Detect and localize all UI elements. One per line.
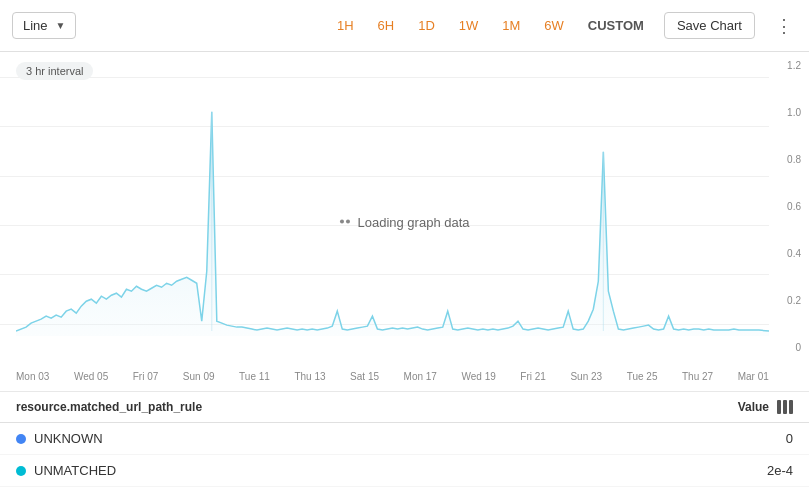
time-btn-1h[interactable]: 1H <box>333 16 358 35</box>
columns-icon[interactable] <box>777 400 793 414</box>
legend-label-unmatched: UNMATCHED <box>34 463 116 478</box>
time-btn-6h[interactable]: 6H <box>374 16 399 35</box>
legend-dot-unmatched <box>16 466 26 476</box>
legend-header-right: Value <box>738 400 793 414</box>
legend-table: resource.matched_url_path_rule Value UNK… <box>0 392 809 487</box>
x-axis: Mon 03 Wed 05 Fri 07 Sun 09 Tue 11 Thu 1… <box>16 361 769 391</box>
x-label-mon03: Mon 03 <box>16 371 49 382</box>
legend-column-header: resource.matched_url_path_rule <box>16 400 202 414</box>
x-label-sun23: Sun 23 <box>570 371 602 382</box>
x-label-thu13: Thu 13 <box>294 371 325 382</box>
legend-dot-unknown <box>16 434 26 444</box>
legend-row-unmatched: UNMATCHED 2e-4 <box>0 455 809 487</box>
time-btn-6w[interactable]: 6W <box>540 16 568 35</box>
x-label-thu27: Thu 27 <box>682 371 713 382</box>
x-label-sun09: Sun 09 <box>183 371 215 382</box>
x-label-mar01: Mar 01 <box>738 371 769 382</box>
loading-dots-icon <box>339 220 349 224</box>
y-label-10: 1.0 <box>787 107 801 118</box>
legend-label-unknown: UNKNOWN <box>34 431 103 446</box>
y-label-08: 0.8 <box>787 154 801 165</box>
chart-type-dropdown[interactable]: Line ▼ <box>12 12 76 39</box>
chart-type-label: Line <box>23 18 48 33</box>
legend-value-header: Value <box>738 400 769 414</box>
y-label-12: 1.2 <box>787 60 801 71</box>
x-label-mon17: Mon 17 <box>404 371 437 382</box>
time-btn-1d[interactable]: 1D <box>414 16 439 35</box>
y-label-02: 0.2 <box>787 295 801 306</box>
y-axis: 1.2 1.0 0.8 0.6 0.4 0.2 0 <box>787 52 801 361</box>
legend-value-unknown: 0 <box>786 431 793 446</box>
x-label-wed05: Wed 05 <box>74 371 108 382</box>
time-btn-1m[interactable]: 1M <box>498 16 524 35</box>
x-label-tue25: Tue 25 <box>627 371 658 382</box>
loading-text: Loading graph data <box>357 214 469 229</box>
x-label-fri21: Fri 21 <box>520 371 546 382</box>
x-label-tue11: Tue 11 <box>239 371 270 382</box>
dropdown-arrow-icon: ▼ <box>56 20 66 31</box>
x-label-sat15: Sat 15 <box>350 371 379 382</box>
chart-svg <box>16 52 769 361</box>
y-label-06: 0.6 <box>787 201 801 212</box>
legend-row-unknown: UNKNOWN 0 <box>0 423 809 455</box>
toolbar-right: 1H 6H 1D 1W 1M 6W CUSTOM Save Chart ⋮ <box>333 12 797 39</box>
legend-value-unmatched: 2e-4 <box>767 463 793 478</box>
y-label-04: 0.4 <box>787 248 801 259</box>
legend-header: resource.matched_url_path_rule Value <box>0 392 809 423</box>
x-label-fri07: Fri 07 <box>133 371 159 382</box>
more-options-icon[interactable]: ⋮ <box>771 15 797 37</box>
y-label-00: 0 <box>795 342 801 353</box>
legend-row-left-unmatched: UNMATCHED <box>16 463 116 478</box>
legend-row-left-unknown: UNKNOWN <box>16 431 103 446</box>
time-btn-custom[interactable]: CUSTOM <box>584 16 648 35</box>
save-chart-button[interactable]: Save Chart <box>664 12 755 39</box>
chart-area: 3 hr interval 1.2 1.0 0.8 0.6 0.4 <box>0 52 809 392</box>
time-btn-1w[interactable]: 1W <box>455 16 483 35</box>
interval-badge: 3 hr interval <box>16 62 93 80</box>
loading-overlay: Loading graph data <box>339 214 469 229</box>
x-label-wed19: Wed 19 <box>461 371 495 382</box>
toolbar: Line ▼ 1H 6H 1D 1W 1M 6W CUSTOM Save Cha… <box>0 0 809 52</box>
toolbar-left: Line ▼ <box>12 12 76 39</box>
